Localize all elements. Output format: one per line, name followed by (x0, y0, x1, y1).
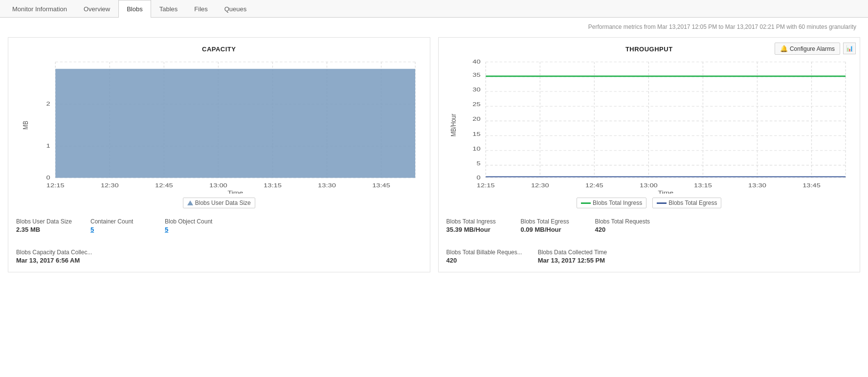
capacity-legend: Blobs User Data Size (16, 198, 422, 208)
capacity-legend-item-0: Blobs User Data Size (183, 198, 255, 208)
chart-expand-icon: 📊 (846, 45, 853, 52)
throughput-legend-label-0: Blobs Total Ingress (593, 200, 642, 206)
throughput-stats: Blobs Total Ingress 35.39 MB/Hour Blobs … (446, 218, 852, 264)
stat-label-blobs-total-ingress: Blobs Total Ingress (446, 218, 505, 225)
capacity-panel: CAPACITY 0 1 (8, 37, 430, 272)
svg-text:13:45: 13:45 (372, 182, 390, 188)
stat-blobs-data-collected-time: Blobs Data Collected Time Mar 13, 2017 1… (538, 249, 607, 264)
tab-tables[interactable]: Tables (151, 0, 186, 18)
svg-text:MB/Hour: MB/Hour (449, 113, 457, 136)
capacity-chart-title: CAPACITY (16, 45, 422, 53)
svg-text:12:15: 12:15 (46, 182, 65, 188)
svg-text:30: 30 (472, 86, 480, 92)
stat-value-blobs-capacity: Mar 13, 2017 6:56 AM (16, 257, 92, 264)
svg-text:Time: Time (658, 190, 673, 194)
stat-container-count: Container Count 5 (90, 218, 149, 233)
stat-blobs-total-egress: Blobs Total Egress 0.09 MB/Hour (521, 218, 579, 233)
svg-text:13:45: 13:45 (802, 182, 821, 188)
throughput-legend-swatch-1 (657, 202, 667, 204)
svg-text:12:15: 12:15 (476, 182, 494, 188)
svg-text:15: 15 (472, 131, 480, 137)
stat-label-blobs-user-data-size: Blobs User Data Size (16, 218, 75, 225)
stat-value-blobs-billable: 420 (446, 257, 522, 264)
svg-text:13:30: 13:30 (318, 182, 336, 188)
svg-text:40: 40 (472, 58, 480, 65)
svg-text:13:00: 13:00 (209, 182, 227, 188)
stat-value-container-count[interactable]: 5 (90, 226, 149, 233)
throughput-panel: 🔔 Configure Alarms 📊 THROUGHPUT (438, 37, 861, 272)
stat-blobs-billable-reques: Blobs Total Billable Reques... 420 (446, 249, 522, 264)
tab-blobs[interactable]: Blobs (118, 0, 151, 18)
stat-label-blob-object-count: Blob Object Count (165, 218, 223, 225)
svg-text:12:30: 12:30 (101, 182, 119, 188)
stat-label-blobs-capacity: Blobs Capacity Data Collec... (16, 249, 92, 256)
svg-rect-12 (55, 69, 415, 178)
chart-expand-button[interactable]: 📊 (843, 43, 856, 54)
svg-text:35: 35 (472, 71, 480, 78)
stat-blobs-total-ingress: Blobs Total Ingress 35.39 MB/Hour (446, 218, 505, 233)
svg-text:12:45: 12:45 (585, 182, 603, 188)
stat-value-blobs-total-ingress: 35.39 MB/Hour (446, 226, 505, 233)
svg-text:12:45: 12:45 (155, 182, 173, 188)
svg-text:MB: MB (22, 121, 30, 130)
stat-value-blobs-data-collected: Mar 13, 2017 12:55 PM (538, 257, 607, 264)
stat-blob-object-count: Blob Object Count 5 (165, 218, 223, 233)
capacity-chart-container: 0 1 2 MB 12:15 12:30 12:45 13:00 13:15 1… (16, 57, 422, 194)
stat-label-blobs-total-egress: Blobs Total Egress (521, 218, 579, 225)
stat-label-container-count: Container Count (90, 218, 149, 225)
svg-text:2: 2 (46, 101, 50, 107)
stat-value-blobs-total-egress: 0.09 MB/Hour (521, 226, 579, 233)
tab-monitor-information[interactable]: Monitor Information (4, 0, 75, 18)
throughput-legend: Blobs Total Ingress Blobs Total Egress (446, 198, 852, 208)
stat-value-blob-object-count[interactable]: 5 (165, 226, 223, 233)
throughput-chart-container: 0 5 10 15 20 25 30 35 40 MB/Hour 12:15 1… (446, 57, 852, 194)
bell-icon: 🔔 (780, 45, 788, 52)
tab-queues[interactable]: Queues (216, 0, 255, 18)
nav-tabs: Monitor Information Overview Blobs Table… (0, 0, 868, 18)
stat-blobs-capacity-data-collec: Blobs Capacity Data Collec... Mar 13, 20… (16, 249, 92, 264)
svg-text:12:30: 12:30 (531, 182, 549, 188)
throughput-legend-swatch-0 (581, 202, 591, 204)
stat-label-blobs-billable: Blobs Total Billable Reques... (446, 249, 522, 256)
stat-blobs-total-requests: Blobs Total Requests 420 (595, 218, 654, 233)
svg-text:Time: Time (227, 190, 243, 194)
tab-overview[interactable]: Overview (75, 0, 118, 18)
svg-text:13:00: 13:00 (640, 182, 658, 188)
capacity-chart-svg: 0 1 2 MB 12:15 12:30 12:45 13:00 13:15 1… (16, 57, 422, 194)
throughput-chart-svg: 0 5 10 15 20 25 30 35 40 MB/Hour 12:15 1… (446, 57, 852, 194)
svg-text:10: 10 (472, 145, 480, 152)
svg-text:1: 1 (46, 143, 50, 149)
throughput-legend-label-1: Blobs Total Egress (668, 200, 717, 206)
throughput-legend-item-1: Blobs Total Egress (652, 198, 721, 208)
stat-value-blobs-total-requests: 420 (595, 226, 654, 233)
svg-text:13:15: 13:15 (694, 182, 712, 188)
capacity-legend-label-0: Blobs User Data Size (195, 200, 251, 206)
main-content: CAPACITY 0 1 (0, 33, 868, 284)
stat-label-blobs-data-collected: Blobs Data Collected Time (538, 249, 607, 256)
tab-files[interactable]: Files (186, 0, 216, 18)
svg-text:13:15: 13:15 (264, 182, 282, 188)
capacity-stats: Blobs User Data Size 2.35 MB Container C… (16, 218, 422, 264)
svg-text:0: 0 (46, 174, 50, 180)
metrics-info-text: Performance metrics from Mar 13,2017 12:… (0, 18, 868, 33)
stat-blobs-user-data-size: Blobs User Data Size 2.35 MB (16, 218, 75, 233)
svg-text:0: 0 (476, 174, 480, 180)
configure-alarms-label: Configure Alarms (790, 45, 835, 52)
stat-value-blobs-user-data-size: 2.35 MB (16, 226, 75, 233)
svg-text:13:30: 13:30 (748, 182, 766, 188)
capacity-legend-swatch-0 (187, 200, 193, 205)
stat-label-blobs-total-requests: Blobs Total Requests (595, 218, 654, 225)
throughput-legend-item-0: Blobs Total Ingress (577, 198, 646, 208)
svg-text:25: 25 (472, 101, 480, 108)
configure-alarms-button[interactable]: 🔔 Configure Alarms (775, 43, 840, 55)
svg-text:20: 20 (472, 116, 480, 122)
svg-text:5: 5 (476, 160, 480, 166)
